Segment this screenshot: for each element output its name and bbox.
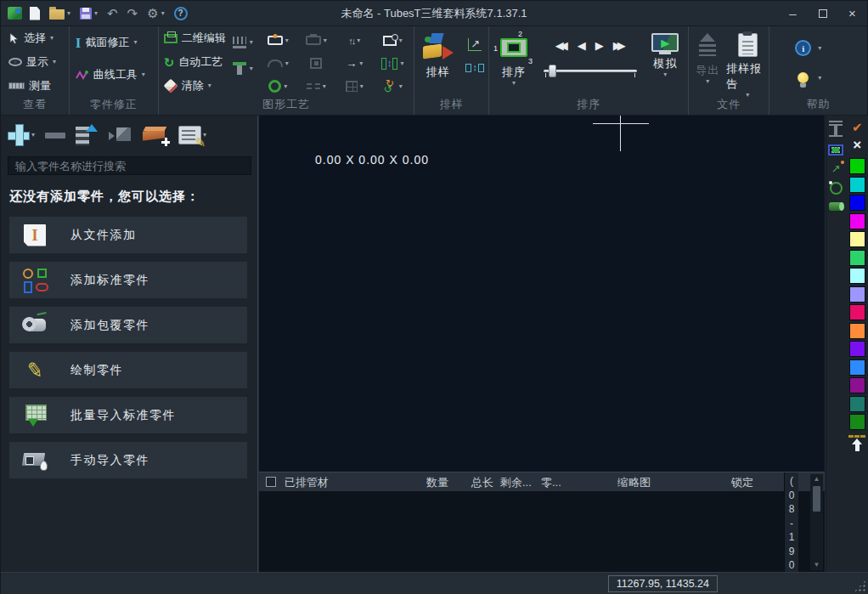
- remove-part-button[interactable]: [45, 133, 65, 139]
- color-swatch[interactable]: [849, 323, 865, 339]
- help-button[interactable]: ?: [172, 5, 189, 22]
- chevron-down-icon[interactable]: ▾: [324, 37, 327, 44]
- color-swatch[interactable]: [849, 231, 865, 247]
- nest-button[interactable]: 排样: [414, 26, 461, 80]
- column-header-remaining[interactable]: 剩余...: [500, 475, 532, 490]
- move-diagonal-icon[interactable]: ↗: [831, 163, 841, 174]
- previous-step-button[interactable]: ◀: [578, 40, 586, 51]
- edit-2d-button[interactable]: 二维编辑: [159, 26, 227, 50]
- about-button[interactable]: i ▾: [769, 40, 867, 56]
- export-button[interactable]: 导出 ▾: [689, 26, 726, 99]
- chevron-down-icon[interactable]: ▾: [67, 10, 70, 17]
- chevron-down-icon[interactable]: ▾: [31, 132, 35, 139]
- tool-grid-button[interactable]: ▾: [335, 75, 374, 98]
- color-swatch[interactable]: [849, 250, 865, 266]
- manual-import-part-button[interactable]: 手动导入零件: [9, 442, 247, 478]
- table-scrollbar[interactable]: ▲ ▼: [810, 474, 823, 570]
- edit-list-button[interactable]: ✎▾: [178, 126, 206, 144]
- auto-process-button[interactable]: ↻ 自动工艺: [159, 50, 227, 74]
- batch-import-standard-button[interactable]: 批量导入标准零件: [9, 397, 247, 433]
- simulate-button[interactable]: ▶ 模拟 ▾: [642, 26, 688, 87]
- clear-button[interactable]: 清除 ▾: [159, 74, 227, 98]
- tool-corner-node-button[interactable]: ▾: [374, 29, 412, 52]
- tool-zigzag-button[interactable]: ▾: [297, 75, 335, 98]
- resize-grip[interactable]: [854, 580, 866, 592]
- chevron-down-icon[interactable]: ▾: [284, 83, 287, 90]
- chevron-down-icon[interactable]: ▾: [250, 39, 253, 46]
- color-swatch[interactable]: [849, 341, 865, 357]
- chevron-down-icon[interactable]: ▾: [359, 60, 363, 67]
- column-header-parts[interactable]: 零...: [541, 475, 561, 490]
- color-swatch[interactable]: [849, 396, 865, 412]
- color-swatch[interactable]: [849, 414, 865, 430]
- convert-part-button[interactable]: [109, 126, 132, 144]
- settings-button[interactable]: ⚙▾: [145, 5, 166, 21]
- tool-frame-tab-button[interactable]: ▾: [297, 29, 335, 52]
- viewport-canvas[interactable]: 0.00 X 0.00 X 0.00 已排管材 数量 总长 剩余... 零...…: [259, 116, 825, 572]
- tool-ring-button[interactable]: ▾: [259, 75, 297, 98]
- color-swatch[interactable]: [849, 177, 865, 193]
- sort-button[interactable]: 1 2 3 排序 ▾: [489, 26, 538, 87]
- chevron-down-icon[interactable]: ▾: [161, 10, 165, 17]
- tube-view-icon[interactable]: [829, 202, 843, 211]
- chevron-down-icon[interactable]: ▾: [706, 78, 709, 85]
- chevron-down-icon[interactable]: ▾: [400, 60, 403, 67]
- measure-button[interactable]: 测量: [1, 74, 69, 98]
- tool-sort-updown-button[interactable]: ↑↓▾: [335, 29, 374, 52]
- chevron-down-icon[interactable]: ▾: [133, 39, 137, 46]
- open-file-button[interactable]: ▾: [48, 5, 72, 21]
- color-swatch[interactable]: [849, 268, 865, 284]
- tool-stub-button[interactable]: ▾: [233, 62, 253, 75]
- chevron-down-icon[interactable]: ▾: [663, 71, 667, 78]
- chevron-down-icon[interactable]: ▾: [818, 75, 821, 82]
- chevron-down-icon[interactable]: ▾: [399, 37, 403, 44]
- save-button[interactable]: ▾: [78, 6, 99, 21]
- chevron-down-icon[interactable]: ▾: [53, 59, 56, 65]
- add-wrap-part-button[interactable]: 添加包覆零件: [9, 307, 247, 343]
- select-button[interactable]: 选择 ▾: [1, 26, 69, 50]
- redo-button[interactable]: ↷: [126, 5, 140, 21]
- chevron-down-icon[interactable]: ▾: [285, 60, 289, 67]
- scrollbar-thumb[interactable]: [813, 486, 820, 512]
- last-step-button[interactable]: ▶▶: [613, 40, 626, 51]
- chevron-down-icon[interactable]: ▾: [285, 37, 289, 44]
- maximize-button[interactable]: [808, 1, 837, 25]
- chevron-down-icon[interactable]: ▾: [142, 71, 145, 78]
- part-search-input[interactable]: [8, 156, 251, 175]
- next-step-button[interactable]: ▶: [595, 40, 604, 51]
- plate-view-icon[interactable]: [828, 144, 843, 156]
- rotate-view-icon[interactable]: [830, 182, 843, 195]
- slider-handle[interactable]: [549, 65, 556, 77]
- first-step-button[interactable]: ◀◀: [555, 40, 568, 51]
- chevron-down-icon[interactable]: ▾: [94, 10, 98, 17]
- color-swatch[interactable]: [849, 359, 865, 376]
- scroll-down-icon[interactable]: ▼: [814, 560, 820, 570]
- new-file-button[interactable]: [28, 5, 42, 22]
- draw-part-button[interactable]: ✎ 绘制零件: [9, 352, 247, 388]
- nest-report-button[interactable]: 排样报告 ▾: [726, 26, 769, 99]
- confirm-check-icon[interactable]: ✔: [852, 119, 863, 136]
- select-all-checkbox[interactable]: [266, 477, 276, 487]
- column-header-lock[interactable]: 锁定: [731, 475, 753, 490]
- tips-button[interactable]: ▾: [769, 70, 867, 86]
- chevron-down-icon[interactable]: ▾: [50, 35, 54, 42]
- tool-cloud-button[interactable]: ▾: [259, 52, 297, 75]
- section-view-icon[interactable]: [829, 121, 843, 137]
- cancel-x-icon[interactable]: ×: [853, 136, 861, 154]
- scroll-up-icon[interactable]: ▲: [814, 474, 820, 484]
- color-swatch[interactable]: [849, 377, 865, 393]
- chevron-down-icon[interactable]: ▾: [323, 83, 326, 90]
- chevron-down-icon[interactable]: ▾: [512, 80, 516, 87]
- tool-gap-swap-button[interactable]: ↕▾: [374, 52, 412, 75]
- undo-button[interactable]: ↶: [105, 5, 120, 21]
- minimize-button[interactable]: –: [778, 1, 808, 25]
- color-swatch[interactable]: [849, 158, 865, 174]
- column-header-quantity[interactable]: 数量: [426, 475, 448, 490]
- color-swatch[interactable]: [849, 213, 865, 229]
- tool-frame-mark-button[interactable]: ▾: [259, 29, 297, 52]
- compare-boxes-button[interactable]: ↕: [465, 63, 484, 72]
- chevron-down-icon[interactable]: ▾: [399, 83, 403, 90]
- close-button[interactable]: ×: [837, 1, 867, 25]
- chevron-down-icon[interactable]: ▾: [818, 45, 821, 52]
- collapse-up-icon[interactable]: [852, 438, 862, 452]
